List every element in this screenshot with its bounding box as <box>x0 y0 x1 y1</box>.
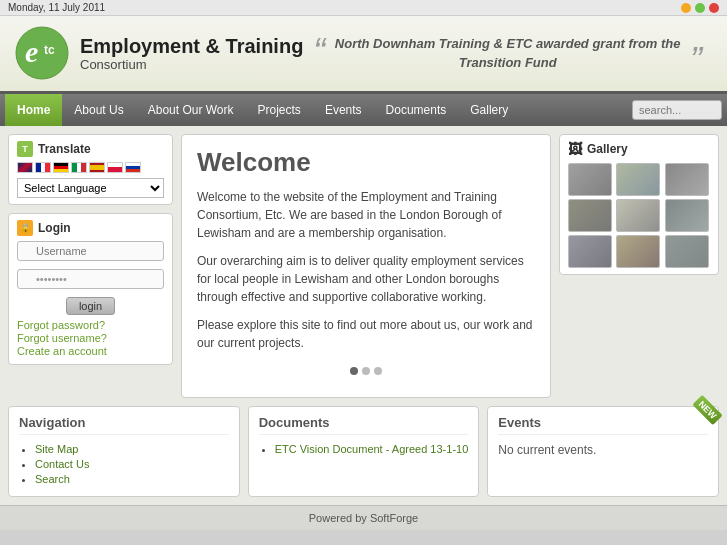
flag-it[interactable] <box>71 162 87 173</box>
nav-item-home[interactable]: Home <box>5 94 62 126</box>
language-select[interactable]: Select Language <box>17 178 164 198</box>
gallery-thumb-4[interactable] <box>568 199 612 232</box>
documents-title: Documents <box>259 415 469 435</box>
flag-es[interactable] <box>89 162 105 173</box>
date-text: Monday, 11 July 2011 <box>8 2 105 13</box>
svg-text:e: e <box>25 35 38 68</box>
gallery-box: 🖼 Gallery <box>559 134 719 275</box>
search-link[interactable]: Search <box>35 473 70 485</box>
logo-text: Employment & Training Consortium <box>80 35 303 72</box>
center-content: Welcome Welcome to the website of the Em… <box>181 134 551 398</box>
gallery-grid <box>568 163 710 268</box>
logo-subtitle: Consortium <box>80 57 146 72</box>
password-input[interactable] <box>17 269 164 289</box>
welcome-text-3: Please explore this site to find out mor… <box>197 316 535 352</box>
svg-text:tc: tc <box>44 43 55 57</box>
footer: Powered by SoftForge <box>0 505 727 530</box>
password-wrapper: 🔑 <box>17 269 164 293</box>
header: e tc Employment & Training Consortium No… <box>0 16 727 94</box>
logo-icon: e tc <box>15 26 70 81</box>
no-events-text: No current events. <box>498 443 708 457</box>
forgot-username-link[interactable]: Forgot username? <box>17 332 164 344</box>
nav-bar: Home About Us About Our Work Projects Ev… <box>0 94 727 126</box>
flag-de[interactable] <box>53 162 69 173</box>
username-input[interactable] <box>17 241 164 261</box>
dot-3[interactable] <box>374 367 382 375</box>
flag-ru[interactable] <box>125 162 141 173</box>
login-box: 🔒 Login 👤 🔑 login Forgot password? Forgo… <box>8 213 173 365</box>
logo-title: Employment & Training <box>80 35 303 57</box>
flag-fr[interactable] <box>35 162 51 173</box>
navigation-title: Navigation <box>19 415 229 435</box>
gallery-thumb-8[interactable] <box>616 235 660 268</box>
top-bar: Monday, 11 July 2011 <box>0 0 727 16</box>
dot-1[interactable] <box>350 367 358 375</box>
gallery-thumb-6[interactable] <box>665 199 709 232</box>
document-item-1: ETC Vision Document - Agreed 13-1-10 <box>275 443 469 455</box>
gallery-thumb-3[interactable] <box>665 163 709 196</box>
contact-link[interactable]: Contact Us <box>35 458 89 470</box>
search-input[interactable] <box>632 100 722 120</box>
bottom-panels: Navigation Site Map Contact Us Search Do… <box>0 406 727 505</box>
nav-list-item-contact: Contact Us <box>35 458 229 470</box>
events-title: Events <box>498 415 708 435</box>
window-controls <box>681 3 719 13</box>
footer-text: Powered by SoftForge <box>309 512 418 524</box>
gallery-thumb-7[interactable] <box>568 235 612 268</box>
welcome-title: Welcome <box>197 147 535 178</box>
login-title: 🔒 Login <box>17 220 164 236</box>
gallery-thumb-2[interactable] <box>616 163 660 196</box>
translate-box: T Translate Select Language <box>8 134 173 205</box>
flag-row <box>17 162 164 173</box>
gallery-thumb-9[interactable] <box>665 235 709 268</box>
slider-dots <box>197 367 535 375</box>
nav-item-projects[interactable]: Projects <box>246 94 313 126</box>
sitemap-link[interactable]: Site Map <box>35 443 78 455</box>
nav-item-documents[interactable]: Documents <box>374 94 459 126</box>
login-icon: 🔒 <box>17 220 33 236</box>
username-wrapper: 👤 <box>17 241 164 265</box>
flag-gb[interactable] <box>17 162 33 173</box>
flag-pl[interactable] <box>107 162 123 173</box>
gallery-panel: 🖼 Gallery <box>559 134 719 398</box>
translate-title: T Translate <box>17 141 164 157</box>
gallery-thumb-5[interactable] <box>616 199 660 232</box>
nav-search <box>632 100 722 120</box>
documents-list: ETC Vision Document - Agreed 13-1-10 <box>259 443 469 455</box>
nav-item-about-us[interactable]: About Us <box>62 94 135 126</box>
gallery-title: 🖼 Gallery <box>568 141 710 157</box>
forgot-password-link[interactable]: Forgot password? <box>17 319 164 331</box>
dot-2[interactable] <box>362 367 370 375</box>
nav-list-item-sitemap: Site Map <box>35 443 229 455</box>
documents-box: Documents ETC Vision Document - Agreed 1… <box>248 406 480 497</box>
translate-icon: T <box>17 141 33 157</box>
navigation-box: Navigation Site Map Contact Us Search <box>8 406 240 497</box>
logo-area: e tc Employment & Training Consortium <box>15 26 303 81</box>
gallery-icon: 🖼 <box>568 141 582 157</box>
nav-list-item-search: Search <box>35 473 229 485</box>
gallery-thumb-1[interactable] <box>568 163 612 196</box>
sidebar: T Translate Select Language 🔒 Login <box>8 134 173 398</box>
login-links: Forgot password? Forgot username? Create… <box>17 319 164 357</box>
welcome-text-2: Our overarching aim is to deliver qualit… <box>197 252 535 306</box>
welcome-text-1: Welcome to the website of the Employment… <box>197 188 535 242</box>
document-link-1[interactable]: ETC Vision Document - Agreed 13-1-10 <box>275 443 469 455</box>
header-quote: North Downham Training & ETC awarded gra… <box>303 35 712 71</box>
login-button[interactable]: login <box>66 297 115 315</box>
nav-item-gallery[interactable]: Gallery <box>458 94 520 126</box>
events-box: Events No current events. NEW <box>487 406 719 497</box>
nav-item-about-work[interactable]: About Our Work <box>136 94 246 126</box>
create-account-link[interactable]: Create an account <box>17 345 164 357</box>
quote-text: North Downham Training & ETC awarded gra… <box>335 36 681 69</box>
main-content: T Translate Select Language 🔒 Login <box>0 126 727 406</box>
navigation-list: Site Map Contact Us Search <box>19 443 229 485</box>
nav-item-events[interactable]: Events <box>313 94 374 126</box>
svg-point-0 <box>16 27 68 79</box>
